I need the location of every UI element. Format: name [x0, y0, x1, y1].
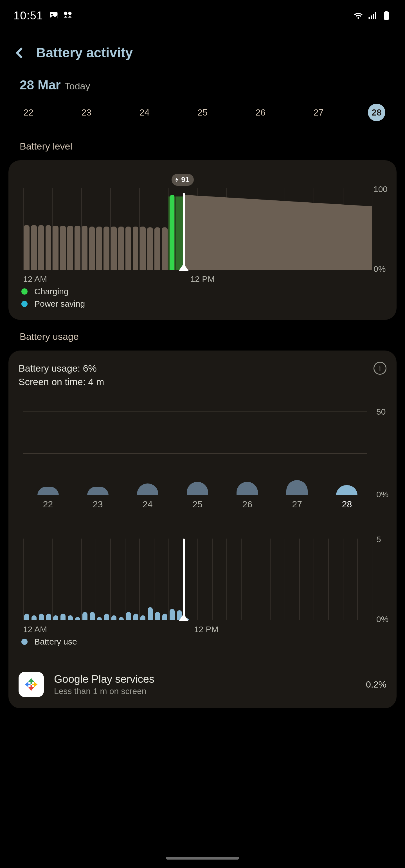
svg-rect-4 [369, 17, 370, 19]
daily-x-25: 25 [192, 499, 202, 509]
daily-x-26: 26 [242, 499, 252, 509]
day-picker: 22232425262728 [0, 95, 405, 132]
date-today-label: Today [65, 81, 90, 92]
daily-x-27: 27 [292, 499, 302, 509]
legend-power-saving: Power saving [21, 299, 386, 309]
page-title: Battery activity [36, 45, 133, 60]
autorotate-icon [63, 10, 73, 21]
daily-y-top: 50 [376, 407, 390, 416]
level-indicator-bubble: 91 [172, 174, 194, 186]
play-services-icon [19, 672, 44, 697]
info-icon[interactable]: i [374, 362, 386, 375]
hourly-x-mid: 12 PM [194, 625, 219, 634]
svg-rect-7 [375, 12, 376, 19]
daily-x-28: 28 [342, 499, 352, 509]
legend-battery-use: Battery use [21, 637, 386, 647]
battery-usage-card: Battery usage: 6% Screen on time: 4 m i … [8, 350, 397, 708]
day-chip-27[interactable]: 27 [310, 104, 327, 121]
daily-x-22: 22 [43, 499, 53, 509]
svg-point-1 [51, 14, 53, 16]
level-x-left: 12 AM [23, 274, 47, 284]
daily-usage-chart[interactable]: 50 0% [19, 411, 386, 495]
battery-level-label: Battery level [0, 132, 405, 157]
daily-x-23: 23 [93, 499, 103, 509]
battery-icon [381, 10, 392, 21]
hourly-y-bottom: 0% [376, 615, 390, 624]
svg-rect-5 [371, 16, 372, 19]
svg-point-3 [68, 12, 72, 15]
usage-stats: Battery usage: 6% Screen on time: 4 m [19, 362, 104, 389]
date-row: 28 Mar Today [0, 60, 405, 95]
daily-x-24: 24 [143, 499, 153, 509]
day-chip-24[interactable]: 24 [136, 104, 153, 121]
page-header: Battery activity [0, 31, 405, 60]
back-icon[interactable] [13, 46, 26, 59]
battery-level-chart[interactable]: 100 0% 91 [19, 188, 386, 270]
gesture-handle[interactable] [166, 857, 239, 860]
level-y-bottom: 0% [374, 264, 390, 274]
daily-x-axis: 22232425262728 [19, 499, 386, 510]
usage-line2: Screen on time: 4 m [19, 375, 104, 389]
svg-point-2 [64, 12, 67, 15]
hourly-legend: Battery use [19, 637, 386, 647]
hourly-y-top: 5 [376, 535, 390, 544]
legend-charging: Charging [21, 287, 386, 296]
day-chip-23[interactable]: 23 [78, 104, 95, 121]
day-chip-26[interactable]: 26 [252, 104, 269, 121]
app-subtitle: Less than 1 m on screen [54, 686, 356, 696]
level-y-top: 100 [374, 184, 390, 194]
app-name: Google Play services [54, 673, 356, 685]
image-icon [49, 10, 59, 21]
day-chip-25[interactable]: 25 [194, 104, 211, 121]
daily-y-bottom: 0% [376, 490, 390, 499]
status-time: 10:51 [13, 9, 43, 22]
wifi-icon [353, 10, 364, 21]
battery-level-card: 100 0% 91 12 AM 12 PM Charging Power sav… [8, 160, 397, 320]
hourly-usage-chart[interactable]: 5 0% [19, 538, 386, 620]
svg-rect-8 [384, 12, 389, 20]
level-x-mid: 12 PM [191, 274, 215, 284]
signal-icon [367, 10, 377, 21]
level-legend: Charging Power saving [19, 287, 386, 309]
svg-rect-6 [373, 14, 374, 19]
date-main: 28 Mar [20, 77, 61, 92]
status-bar: 10:51 [0, 0, 405, 31]
hourly-x-left: 12 AM [23, 625, 47, 634]
day-chip-28[interactable]: 28 [368, 104, 385, 121]
usage-line1: Battery usage: 6% [19, 362, 104, 375]
app-row-play-services[interactable]: Google Play services Less than 1 m on sc… [19, 672, 386, 697]
day-chip-22[interactable]: 22 [20, 104, 37, 121]
app-percent: 0.2% [366, 679, 386, 690]
svg-rect-9 [385, 11, 388, 13]
battery-usage-label: Battery usage [0, 323, 405, 348]
